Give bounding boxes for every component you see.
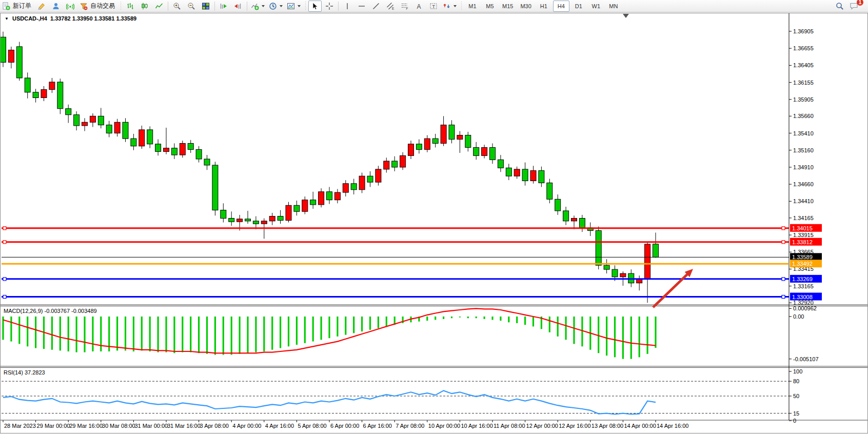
timeframe-m30-button[interactable]: M30	[517, 1, 534, 12]
candle	[16, 42, 22, 81]
line-handle[interactable]	[3, 278, 6, 281]
community-person-icon	[52, 2, 60, 10]
dropdown-caret-icon	[280, 5, 283, 7]
timeframe-d1-button[interactable]: D1	[570, 1, 587, 12]
svg-text:15: 15	[793, 410, 799, 417]
timeframe-h4-button[interactable]: H4	[553, 1, 569, 12]
horizontal-line-icon	[358, 2, 366, 10]
arrows-tool[interactable]	[441, 1, 458, 12]
search-icon	[836, 2, 844, 10]
periods-button[interactable]	[267, 1, 284, 12]
bar-chart-button[interactable]	[124, 1, 137, 12]
toolbar-grip	[304, 2, 306, 11]
line-handle[interactable]	[3, 295, 6, 299]
svg-text:1.33812: 1.33812	[792, 239, 813, 245]
svg-text:1.33165: 1.33165	[793, 283, 814, 289]
svg-text:10 Apr 00:00: 10 Apr 00:00	[428, 423, 460, 429]
indicators-button[interactable]	[249, 1, 266, 12]
svg-text:1.36905: 1.36905	[793, 28, 814, 34]
text-tool[interactable]: A	[412, 1, 426, 12]
svg-text:6 Apr 00:00: 6 Apr 00:00	[330, 423, 359, 429]
timeframe-m15-button[interactable]: M15	[499, 1, 516, 12]
candle	[1, 32, 6, 67]
line-chart-button[interactable]	[152, 1, 166, 12]
equidistant-channel-icon: E	[386, 2, 394, 10]
new-order-button[interactable]: 新订单	[1, 1, 34, 12]
chart-canvas[interactable]: 1.369051.366551.364051.361551.359051.356…	[1, 13, 867, 433]
candle	[180, 141, 185, 157]
line-handle[interactable]	[3, 241, 6, 244]
line-handle[interactable]	[782, 241, 785, 244]
candle	[57, 78, 63, 114]
svg-text:100: 100	[793, 368, 802, 374]
community-button[interactable]	[49, 1, 63, 12]
search-button[interactable]	[833, 1, 846, 12]
cursor-tool-button[interactable]	[308, 1, 322, 12]
label-t-icon: T	[429, 2, 438, 10]
line-handle[interactable]	[3, 227, 6, 230]
svg-text:7 Apr 08:00: 7 Apr 08:00	[396, 423, 424, 429]
tile-windows-icon	[202, 2, 210, 10]
signal-waves-icon	[66, 2, 74, 10]
collapse-triangle-icon[interactable]: ▼	[5, 16, 9, 21]
macd-indicator-label: MACD(12,26,9) -0.003767 -0.003489	[4, 308, 97, 314]
svg-text:1.34410: 1.34410	[793, 198, 814, 204]
svg-text:1.35410: 1.35410	[793, 130, 814, 136]
cursor-icon	[311, 2, 319, 10]
timeframe-w1-button[interactable]: W1	[588, 1, 604, 12]
arrows-icon	[443, 2, 451, 10]
mt4-terminal: 新订单 自动交易	[0, 0, 868, 434]
svg-text:12 Apr 00:00: 12 Apr 00:00	[526, 423, 558, 429]
crosshair-tool-button[interactable]	[323, 1, 336, 12]
auto-scroll-button[interactable]	[217, 1, 230, 12]
toolbar-separator	[168, 2, 168, 11]
vertical-line-tool[interactable]	[341, 1, 354, 12]
indicators-icon	[251, 2, 259, 10]
svg-text:0.00: 0.00	[793, 313, 804, 320]
toolbar-separator	[214, 2, 215, 11]
svg-text:1.34910: 1.34910	[793, 164, 814, 170]
toolbar-separator	[338, 2, 339, 11]
svg-text:E: E	[392, 6, 394, 10]
toolbar-grip	[120, 2, 122, 11]
tile-windows-button[interactable]	[199, 1, 212, 12]
chart-window: ▼ USDCAD-,H4 1.33782 1.33950 1.33581 1.3…	[0, 13, 868, 433]
line-handle[interactable]	[782, 227, 785, 230]
svg-text:1.32920: 1.32920	[793, 300, 814, 306]
trendline-tool[interactable]	[369, 1, 383, 12]
equidistant-channel-tool[interactable]: E	[384, 1, 397, 12]
horizontal-line-tool[interactable]	[355, 1, 368, 12]
chart-ohlc-values: 1.33782 1.33950 1.33581 1.33589	[50, 15, 136, 22]
svg-text:30 Mar 08:00: 30 Mar 08:00	[102, 423, 135, 429]
timeframe-m5-button[interactable]: M5	[482, 1, 498, 12]
chart-shift-icon	[234, 2, 242, 10]
zoom-out-button[interactable]	[185, 1, 198, 12]
svg-text:-0.005107: -0.005107	[793, 356, 819, 362]
timeframe-h1-button[interactable]: H1	[536, 1, 552, 12]
svg-text:1.36655: 1.36655	[793, 45, 814, 51]
svg-text:1.34165: 1.34165	[793, 215, 814, 221]
timeframe-mn-button[interactable]: MN	[605, 1, 622, 12]
ohlc-bars-icon	[126, 2, 134, 10]
text-label-tool[interactable]: T	[427, 1, 440, 12]
chart-shift-button[interactable]	[231, 1, 245, 12]
line-handle[interactable]	[782, 295, 785, 299]
svg-text:31 Mar 00:00: 31 Mar 00:00	[134, 423, 168, 429]
crosshair-icon	[325, 2, 333, 10]
line-handle[interactable]	[782, 278, 785, 281]
notifications-button[interactable]: 1	[847, 1, 861, 12]
styler-button[interactable]	[35, 1, 48, 12]
svg-text:10 Apr 16:00: 10 Apr 16:00	[461, 423, 492, 429]
svg-text:1.35905: 1.35905	[793, 96, 814, 103]
svg-text:80: 80	[793, 378, 799, 384]
fibonacci-tool[interactable]: F	[398, 1, 411, 12]
svg-text:50: 50	[793, 393, 799, 399]
svg-text:12 Apr 16:00: 12 Apr 16:00	[559, 423, 590, 429]
candlestick-chart-button[interactable]	[138, 1, 151, 12]
timeframe-m1-button[interactable]: M1	[464, 1, 481, 12]
signals-button[interactable]	[64, 1, 77, 12]
templates-button[interactable]	[285, 1, 302, 12]
zoom-in-button[interactable]	[170, 1, 184, 12]
zoom-out-icon	[187, 2, 195, 10]
auto-trading-button[interactable]: 自动交易	[78, 1, 117, 12]
